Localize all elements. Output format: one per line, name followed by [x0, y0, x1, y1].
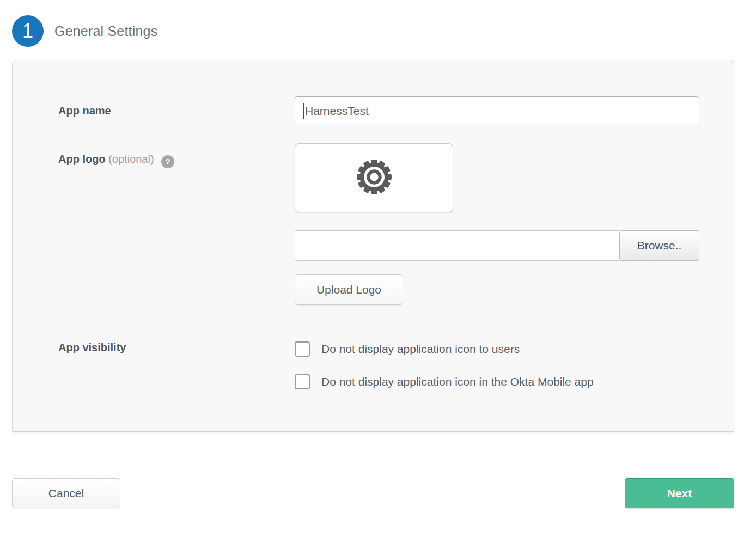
wizard-footer: Cancel Next: [12, 478, 734, 508]
question-mark-icon[interactable]: ?: [161, 155, 174, 168]
app-visibility-row: App visibility Do not display applicatio…: [46, 341, 698, 389]
app-name-label: App name: [46, 105, 295, 117]
upload-logo-button[interactable]: Upload Logo: [295, 274, 403, 305]
app-logo-optional-label: (optional): [108, 153, 154, 165]
app-logo-preview: [295, 143, 453, 212]
app-name-value: HarnessTest: [305, 105, 369, 118]
visibility-option-mobile: Do not display application icon in the O…: [295, 374, 698, 389]
visibility-option-users: Do not display application icon to users: [295, 341, 698, 357]
app-visibility-label: App visibility: [46, 341, 295, 354]
checkbox-label: Do not display application icon in the O…: [321, 375, 594, 388]
next-button[interactable]: Next: [625, 478, 734, 508]
page-title: General Settings: [54, 23, 157, 39]
app-name-input[interactable]: HarnessTest: [295, 96, 699, 125]
app-logo-label: App logo: [58, 153, 106, 165]
cancel-button[interactable]: Cancel: [12, 478, 120, 508]
text-cursor: [303, 103, 304, 119]
gear-icon: [353, 156, 395, 200]
browse-button[interactable]: Browse..: [619, 230, 699, 261]
app-name-row: App name HarnessTest: [46, 96, 698, 125]
logo-file-input[interactable]: [295, 230, 619, 261]
step-number-badge: 1: [12, 15, 44, 47]
step-header: 1 General Settings: [12, 15, 734, 47]
app-logo-row: App logo (optional) ?: [46, 143, 698, 305]
logo-file-row: Browse..: [295, 230, 699, 261]
checkbox-hide-icon-users[interactable]: [295, 341, 310, 357]
general-settings-page: 1 General Settings App name HarnessTest …: [12, 15, 734, 508]
general-settings-panel: App name HarnessTest App logo (optional)…: [12, 60, 734, 432]
checkbox-label: Do not display application icon to users: [321, 343, 520, 356]
checkbox-hide-icon-mobile[interactable]: [295, 374, 310, 389]
